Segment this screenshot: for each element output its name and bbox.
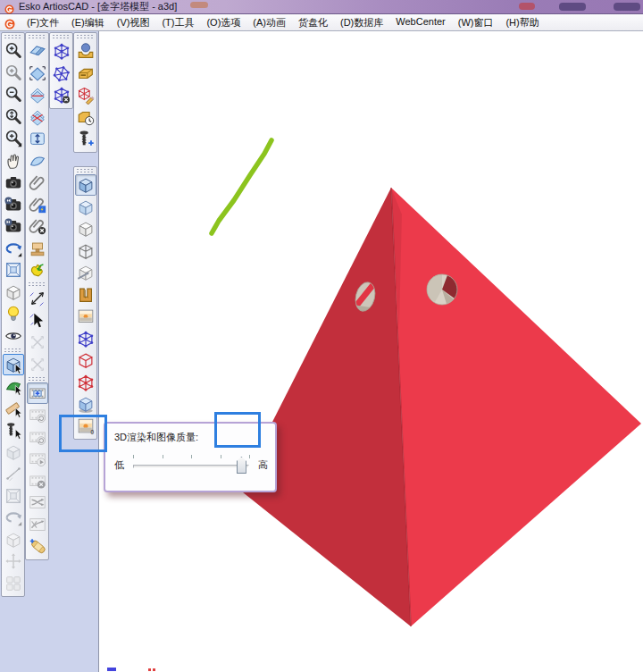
greenfold-icon	[4, 376, 23, 396]
filmrefresh-icon	[28, 427, 47, 447]
minimize-button[interactable]	[559, 3, 586, 11]
measure-diagonal-button[interactable]	[27, 288, 48, 309]
toolbar-drag-handle[interactable]	[52, 34, 71, 39]
render-hidden-line-button[interactable]	[75, 240, 96, 262]
render-wire-blue-button[interactable]	[75, 328, 96, 349]
goldu-icon	[76, 285, 96, 305]
bend-angle-button[interactable]	[27, 63, 48, 84]
bend-face-button[interactable]	[3, 375, 24, 397]
slider-tick	[163, 455, 163, 458]
goldclock-icon	[76, 107, 96, 127]
menu-5[interactable]: (A)动画	[246, 14, 292, 31]
remove-clip-button[interactable]	[27, 215, 48, 237]
stand-fixture-button[interactable]	[27, 238, 48, 259]
perspective-view-button[interactable]	[3, 281, 24, 303]
tiles-icon	[4, 574, 23, 593]
mold-design-button[interactable]	[75, 40, 96, 62]
wireframe-rotated-view-button[interactable]	[51, 63, 72, 84]
render-arrow-button[interactable]	[75, 262, 96, 283]
menu-6[interactable]: 货盘化	[292, 14, 334, 31]
axis-label-x-clipped-dot1	[148, 668, 151, 671]
layout-tool-button	[3, 573, 24, 594]
select-part-button[interactable]	[3, 354, 24, 375]
slider-track[interactable]	[133, 465, 249, 468]
3d-viewport[interactable]	[98, 31, 643, 672]
delete-wireframe-view-button[interactable]	[51, 84, 72, 105]
toolbar-drag-handle[interactable]	[76, 34, 95, 39]
snapshot-previous-button[interactable]	[3, 194, 24, 215]
render-white-button[interactable]	[75, 218, 96, 239]
output-3d-button[interactable]	[75, 63, 96, 84]
cameraprev-icon	[4, 195, 23, 214]
toolbar-drag-handle[interactable]	[28, 376, 46, 382]
schedule-output-button[interactable]	[75, 106, 96, 128]
quality-slider[interactable]	[133, 453, 249, 476]
crease-horizontal-button[interactable]	[27, 84, 48, 105]
menu-3[interactable]: (T)工具	[155, 14, 200, 31]
fold-sheet-button[interactable]	[27, 40, 48, 62]
zoom-out-button[interactable]	[3, 84, 24, 105]
cubelight-icon	[76, 197, 96, 217]
render-corrugate-button[interactable]	[75, 284, 96, 306]
animation-replay-frame-button	[27, 426, 48, 448]
part-icon	[28, 260, 47, 280]
patch-repair-button[interactable]	[27, 535, 48, 557]
zoom-in-button[interactable]	[3, 40, 24, 62]
snapshot-button[interactable]	[3, 172, 24, 193]
goldprinter-icon	[76, 63, 96, 83]
curve-panel-button[interactable]	[27, 150, 48, 172]
slider-low-label: 低	[114, 458, 124, 472]
toolbar-drag-handle[interactable]	[76, 168, 95, 173]
lamp-icon	[28, 239, 47, 258]
toolbar-drag-handle[interactable]	[4, 34, 22, 39]
tape-button[interactable]	[3, 398, 24, 419]
menu-1[interactable]: (E)编辑	[65, 14, 111, 31]
menu-2[interactable]: (V)视图	[111, 14, 156, 31]
sheetfold-icon	[28, 41, 47, 61]
render-smooth-button[interactable]	[75, 393, 96, 415]
menu-9[interactable]: (W)窗口	[452, 14, 500, 31]
light-source-button[interactable]	[3, 303, 24, 324]
menu-7[interactable]: (D)数据库	[334, 14, 389, 31]
titlebar-smudge	[190, 2, 208, 8]
zoom-previous-button[interactable]	[3, 63, 24, 84]
pan-button[interactable]	[3, 150, 24, 172]
stretch-panel-button[interactable]	[27, 128, 48, 149]
wireframe-view-button[interactable]	[51, 40, 72, 62]
close-button[interactable]	[614, 3, 640, 11]
toolbar-drag-handle[interactable]	[28, 34, 46, 39]
toolbar-drag-handle[interactable]	[28, 281, 46, 287]
annotate-model-button[interactable]	[75, 84, 96, 105]
movediag-icon	[28, 355, 47, 374]
cubelight-icon	[4, 442, 23, 462]
move-designs-a-button	[27, 332, 48, 353]
render-wire-red-button[interactable]	[75, 349, 96, 371]
crease-cross-button[interactable]	[27, 106, 48, 128]
animation-add-frame-button[interactable]	[27, 382, 48, 404]
zoom-window-button[interactable]	[3, 128, 24, 149]
render-background-button[interactable]	[75, 306, 96, 327]
toolbar-drag-handle[interactable]	[4, 348, 22, 353]
render-wire-red-points-button[interactable]	[75, 372, 96, 393]
visibility-button[interactable]	[3, 325, 24, 347]
menu-4[interactable]: (O)选项	[200, 14, 246, 31]
render-solid-button[interactable]	[75, 174, 96, 196]
attach-clip-button[interactable]	[27, 172, 48, 193]
import-part-button[interactable]	[27, 259, 48, 281]
select-arrow-button[interactable]	[27, 310, 48, 332]
rotate-view-button[interactable]	[3, 238, 24, 259]
snapshot-next-button[interactable]	[3, 215, 24, 237]
slider-tick	[221, 455, 221, 458]
menu-8[interactable]: WebCenter	[389, 14, 451, 31]
render-flat-button[interactable]	[75, 197, 96, 218]
slider-thumb[interactable]	[237, 457, 246, 474]
menu-0[interactable]: (F)文件	[21, 14, 65, 31]
attach-clip-run-button[interactable]	[27, 194, 48, 215]
add-screw-button[interactable]	[3, 419, 24, 441]
rotate-icon	[4, 239, 23, 258]
add-hardware-button[interactable]	[75, 128, 96, 149]
menu-10[interactable]: (H)帮助	[499, 14, 545, 31]
add-border-button[interactable]	[3, 259, 24, 281]
zoom-height-button[interactable]	[3, 106, 24, 128]
axis-label-x-clipped-dot2	[153, 668, 155, 671]
